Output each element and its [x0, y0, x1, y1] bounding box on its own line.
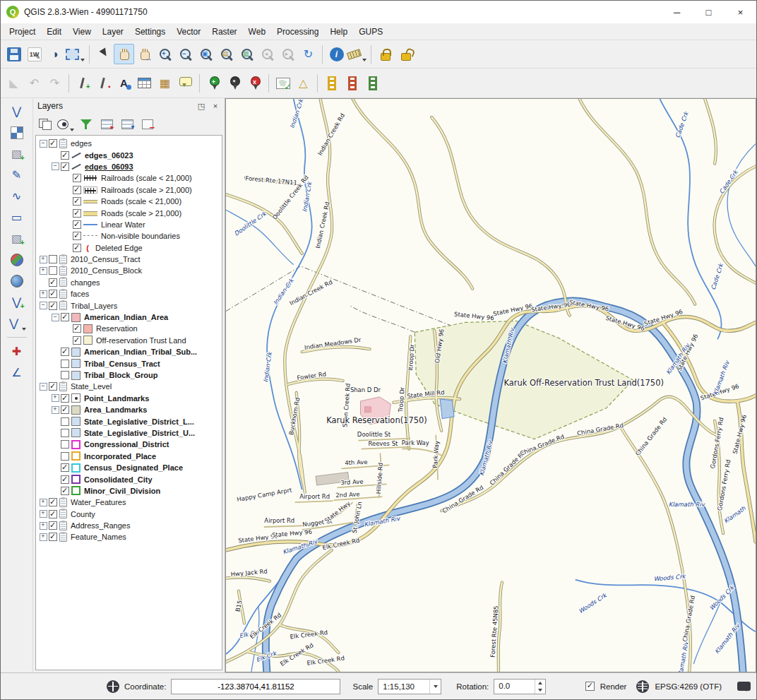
collapse-icon[interactable] — [50, 313, 60, 322]
layer-checkbox[interactable] — [61, 313, 69, 321]
messages-icon[interactable] — [737, 682, 751, 691]
coordinate-extent-icon[interactable] — [107, 680, 119, 693]
touch-zoom-pan-icon[interactable] — [93, 44, 114, 64]
layer-checkbox[interactable] — [61, 417, 69, 426]
render-checkbox[interactable] — [585, 682, 595, 691]
expand-icon[interactable] — [38, 509, 48, 518]
globe-blue-icon[interactable] — [6, 271, 27, 291]
minimize-button[interactable]: ─ — [661, 1, 693, 23]
zoom-to-selection-icon[interactable]: ▤ — [216, 44, 237, 64]
zoom-full-extent-icon[interactable]: ▣ — [196, 44, 216, 64]
zipper-red-icon[interactable] — [342, 73, 362, 93]
layer-checkbox[interactable] — [73, 209, 81, 218]
layer-checkbox[interactable] — [49, 533, 57, 541]
identify-features-icon[interactable]: i — [326, 44, 347, 64]
snap-crosshair-icon[interactable]: ✚ — [6, 341, 27, 362]
layer-row[interactable]: Area_Landmarks — [36, 404, 222, 415]
layer-checkbox[interactable] — [61, 452, 69, 461]
layer-row[interactable]: Tribal_Layers — [36, 299, 222, 311]
expand-icon[interactable] — [38, 255, 48, 264]
layer-row[interactable]: Tribal_Census_Tract — [36, 357, 222, 369]
close-button[interactable]: × — [725, 1, 756, 23]
layer-checkbox[interactable] — [49, 521, 57, 530]
layer-checkbox[interactable] — [73, 197, 81, 206]
measure-icon[interactable] — [347, 44, 367, 64]
layer-row[interactable]: faces — [36, 288, 222, 299]
expand-icon[interactable] — [38, 521, 48, 530]
layer-row[interactable]: State_Legislative_District_U... — [36, 427, 222, 439]
layer-checkbox[interactable] — [49, 382, 57, 391]
layer-row[interactable]: Non-visible boundaries — [36, 230, 222, 242]
save-project-icon[interactable] — [4, 44, 24, 64]
expand-icon[interactable] — [50, 393, 60, 403]
map-svg[interactable]: Indian CrkIndian Creek RdForest Rte 17N1… — [226, 99, 756, 672]
rotation-spinbox[interactable]: 0.0 — [494, 679, 546, 694]
zipper-green-icon[interactable] — [362, 73, 383, 93]
layer-row[interactable]: Feature_Names — [36, 531, 222, 542]
redo-icon[interactable]: ↷ — [44, 73, 65, 93]
layer-checkbox[interactable] — [61, 162, 69, 171]
collapse-icon[interactable] — [38, 301, 48, 310]
maximize-button[interactable]: □ — [693, 1, 725, 23]
collapse-icon[interactable] — [50, 162, 60, 171]
delete-feature-icon[interactable]: ▪ — [93, 73, 114, 93]
expand-icon[interactable] — [38, 290, 48, 299]
zoom-to-layer-icon[interactable]: ▥ — [237, 44, 257, 64]
crs-status-icon[interactable] — [636, 680, 649, 693]
menu-edit[interactable]: Edit — [41, 25, 67, 39]
dropdown-caret-icon[interactable] — [362, 59, 366, 61]
unlock-icon[interactable] — [395, 44, 416, 64]
layer-checkbox[interactable] — [73, 186, 81, 194]
add-raster-part-icon[interactable]: ▧+ — [6, 143, 27, 164]
zoom-next-icon[interactable]: ▸ — [278, 44, 298, 64]
layer-checkbox[interactable] — [61, 348, 69, 356]
cad-tools-icon[interactable]: ◣ — [4, 73, 24, 93]
layer-row[interactable]: 2010_Census_Tract — [36, 254, 222, 265]
layer-checkbox[interactable] — [61, 151, 69, 160]
layer-row[interactable]: edges_06023 — [36, 149, 222, 160]
layer-row[interactable]: State_Legislative_District_L... — [36, 415, 222, 427]
menu-web[interactable]: Web — [243, 25, 271, 39]
menu-vector[interactable]: Vector — [171, 25, 206, 39]
close-panel-icon[interactable]: × — [210, 102, 220, 111]
add-feature-icon[interactable]: + — [73, 73, 93, 93]
layer-checkbox[interactable] — [49, 302, 57, 310]
layer-checkbox[interactable] — [49, 266, 57, 275]
layer-checkbox[interactable] — [49, 510, 57, 518]
map-canvas[interactable]: Indian CrkIndian Creek RdForest Rte 17N1… — [225, 98, 756, 672]
layer-row[interactable]: Point_Landmarks — [36, 393, 222, 404]
layer-checkbox[interactable] — [73, 232, 81, 240]
layer-row[interactable]: edges — [36, 138, 222, 149]
digitize-polyline-icon[interactable]: ⋁ — [6, 101, 27, 121]
refresh-map-icon[interactable]: ↻ — [298, 44, 318, 64]
scale-combo-arrow[interactable] — [429, 680, 441, 694]
collapse-icon[interactable] — [38, 139, 48, 148]
layer-checkbox[interactable] — [61, 463, 69, 472]
layer-checkbox[interactable] — [61, 360, 69, 368]
layer-checkbox[interactable] — [73, 174, 81, 182]
layer-row[interactable]: Consolidated_City — [36, 473, 222, 485]
expand-icon[interactable] — [38, 266, 48, 275]
collapse-all-icon[interactable]: ▾ — [118, 115, 136, 134]
layer-row[interactable]: Reservation — [36, 323, 222, 334]
layer-checkbox[interactable] — [61, 394, 69, 403]
layer-checkbox[interactable] — [49, 498, 57, 506]
dropdown-caret-icon[interactable] — [22, 328, 26, 331]
menu-processing[interactable]: Processing — [271, 25, 324, 39]
layer-row[interactable]: changes — [36, 277, 222, 288]
filter-legend-icon[interactable] — [77, 115, 95, 134]
zoom-last-icon[interactable]: ◂ — [257, 44, 278, 64]
layer-row[interactable]: 2010_Census_Block — [36, 265, 222, 276]
layer-checkbox[interactable] — [73, 220, 81, 229]
select-shape-icon[interactable]: ▭ — [6, 207, 27, 227]
menu-project[interactable]: Project — [4, 25, 41, 39]
layer-row[interactable]: Water_Features — [36, 497, 222, 508]
expand-all-icon[interactable]: ▸ — [97, 115, 116, 134]
lock-icon[interactable] — [375, 44, 395, 64]
layer-row[interactable]: edges_06093 — [36, 161, 222, 172]
add-group-icon[interactable] — [36, 115, 54, 134]
manage-visibility-icon[interactable] — [56, 115, 75, 134]
layer-row[interactable]: American_Indian_Tribal_Sub... — [36, 346, 222, 357]
expand-icon[interactable] — [38, 533, 48, 542]
rotation-up-icon[interactable] — [535, 680, 545, 687]
